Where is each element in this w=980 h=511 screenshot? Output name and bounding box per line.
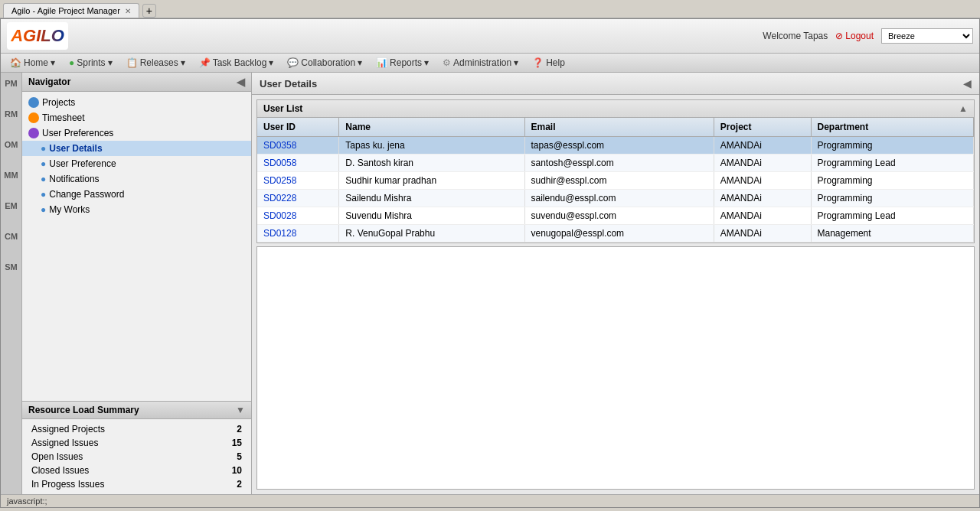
cell-name: Tapas ku. jena bbox=[339, 137, 524, 155]
sidebar-timesheet-label: Timesheet bbox=[42, 112, 85, 123]
top-bar: AGILO Welcome Tapas ⊘ Logout Breeze bbox=[1, 19, 979, 54]
change-pwd-bullet-icon: ● bbox=[41, 189, 46, 200]
sidebar-item-timesheet[interactable]: Timesheet bbox=[22, 110, 251, 125]
user-list-collapse-button[interactable]: ▲ bbox=[959, 103, 968, 114]
left-label-cm[interactable]: CM bbox=[5, 229, 18, 244]
app-window: AGILO Welcome Tapas ⊘ Logout Breeze 🏠 Ho… bbox=[0, 18, 980, 508]
notifications-bullet-icon: ● bbox=[41, 174, 46, 184]
sidebar-subitem-notifications[interactable]: ● Notifications bbox=[22, 171, 251, 187]
task-arrow-icon: ▾ bbox=[269, 57, 273, 68]
sidebar-content: Projects Timesheet User Preferences ● Us… bbox=[22, 92, 251, 401]
sidebar-item-projects[interactable]: Projects bbox=[22, 95, 251, 110]
projects-icon bbox=[28, 97, 39, 108]
cell-user-id: SD0128 bbox=[257, 225, 339, 242]
nav-home[interactable]: 🏠 Home ▾ bbox=[4, 55, 61, 70]
nav-sprints-label: Sprints bbox=[77, 57, 105, 68]
cell-name: Suvendu Mishra bbox=[339, 207, 524, 225]
tab-close-button[interactable]: ✕ bbox=[125, 7, 131, 15]
nav-releases[interactable]: 📋 Releases ▾ bbox=[120, 55, 191, 70]
timesheet-icon bbox=[28, 112, 39, 123]
resource-summary: Resource Load Summary ▼ Assigned Project… bbox=[22, 401, 251, 494]
assigned-projects-value: 2 bbox=[237, 424, 242, 435]
logo-image: AGILO bbox=[7, 22, 68, 50]
resource-summary-collapse-button[interactable]: ▼ bbox=[236, 405, 245, 415]
sidebar-subitem-my-works[interactable]: ● My Works bbox=[22, 202, 251, 217]
cell-department: Programming Lead bbox=[811, 155, 973, 172]
nav-task-backlog[interactable]: 📌 Task Backlog ▾ bbox=[193, 55, 280, 70]
nav-help[interactable]: ❓ Help bbox=[526, 55, 571, 70]
status-bar: javascript:; bbox=[1, 494, 979, 507]
left-label-pm[interactable]: PM bbox=[5, 76, 18, 91]
user-prefs-icon bbox=[28, 128, 39, 138]
nav-collaboration[interactable]: 💬 Collaboration ▾ bbox=[281, 55, 368, 70]
cell-user-id: SD0358 bbox=[257, 137, 339, 155]
open-issues-value: 5 bbox=[237, 451, 242, 462]
sidebar-projects-label: Projects bbox=[42, 97, 75, 108]
cell-department: Programming bbox=[811, 190, 973, 207]
sidebar: Navigator ◀ Projects Timesheet User Pref… bbox=[22, 73, 252, 494]
nav-reports[interactable]: 📊 Reports ▾ bbox=[370, 55, 435, 70]
left-label-rm[interactable]: RM bbox=[5, 106, 18, 122]
cell-email: tapas@esspl.com bbox=[524, 137, 714, 155]
theme-select[interactable]: Breeze bbox=[881, 28, 973, 44]
content-collapse-button[interactable]: ◀ bbox=[963, 77, 972, 90]
assigned-issues-label: Assigned Issues bbox=[31, 438, 98, 448]
col-project: Project bbox=[714, 118, 811, 137]
sidebar-subitem-change-password[interactable]: ● Change Password bbox=[22, 187, 251, 202]
left-label-om[interactable]: OM bbox=[5, 137, 18, 152]
table-row[interactable]: SD0058D. Santosh kiransantosh@esspl.comA… bbox=[257, 155, 974, 172]
admin-icon: ⚙ bbox=[443, 57, 451, 68]
logo: AGILO bbox=[7, 22, 68, 50]
top-right: Welcome Tapas ⊘ Logout Breeze bbox=[763, 28, 973, 44]
cell-project: AMANDAi bbox=[714, 207, 811, 225]
in-progress-issues-value: 2 bbox=[237, 479, 242, 490]
logout-button[interactable]: ⊘ Logout bbox=[835, 31, 874, 41]
left-label-em[interactable]: EM bbox=[5, 198, 18, 213]
cell-department: Programming bbox=[811, 137, 973, 155]
sidebar-subitem-user-preference[interactable]: ● User Preference bbox=[22, 156, 251, 171]
table-row[interactable]: SD0228Sailendu Mishrasailendu@esspl.comA… bbox=[257, 190, 974, 207]
nav-admin-label: Administration bbox=[453, 57, 511, 68]
sidebar-item-user-preferences[interactable]: User Preferences bbox=[22, 125, 251, 141]
home-arrow-icon: ▾ bbox=[51, 57, 55, 68]
table-row[interactable]: SD0258Sudhir kumar pradhansudhir@esspl.c… bbox=[257, 172, 974, 190]
col-name: Name bbox=[339, 118, 524, 137]
sidebar-subitem-user-details[interactable]: ● User Details bbox=[22, 141, 251, 156]
user-list-panel: User List ▲ User ID Name Email Project D… bbox=[256, 99, 975, 243]
sidebar-notifications-label: Notifications bbox=[49, 174, 99, 184]
resource-row-assigned-issues: Assigned Issues 15 bbox=[22, 436, 251, 450]
collab-icon: 💬 bbox=[287, 57, 299, 68]
cell-project: AMANDAi bbox=[714, 190, 811, 207]
cell-email: suvendu@esspl.com bbox=[524, 207, 714, 225]
user-details-bullet-icon: ● bbox=[41, 143, 46, 154]
assigned-projects-label: Assigned Projects bbox=[31, 424, 105, 435]
assigned-issues-value: 15 bbox=[232, 438, 242, 448]
cell-name: Sudhir kumar pradhan bbox=[339, 172, 524, 190]
admin-arrow-icon: ▾ bbox=[514, 57, 518, 68]
open-issues-label: Open Issues bbox=[31, 451, 83, 462]
collab-arrow-icon: ▾ bbox=[358, 57, 362, 68]
navigator-collapse-button[interactable]: ◀ bbox=[237, 76, 245, 88]
nav-collab-label: Collaboration bbox=[301, 57, 355, 68]
welcome-text: Welcome Tapas bbox=[763, 31, 828, 41]
nav-releases-label: Releases bbox=[140, 57, 178, 68]
col-user-id: User ID bbox=[257, 118, 339, 137]
navigator-title: Navigator bbox=[28, 76, 70, 87]
cell-name: R. VenuGopal Prabhu bbox=[339, 225, 524, 242]
reports-arrow-icon: ▾ bbox=[424, 57, 429, 68]
table-row[interactable]: SD0028Suvendu Mishrasuvendu@esspl.comAMA… bbox=[257, 207, 974, 225]
left-labels: PM RM OM MM EM CM SM bbox=[1, 73, 22, 494]
nav-sprints[interactable]: ● Sprints ▾ bbox=[63, 55, 119, 70]
sidebar-user-preference-label: User Preference bbox=[49, 158, 116, 169]
left-label-mm[interactable]: MM bbox=[4, 168, 18, 183]
cell-department: Management bbox=[811, 225, 973, 242]
user-list-title: User List bbox=[263, 103, 302, 114]
table-row[interactable]: SD0358Tapas ku. jenatapas@esspl.comAMAND… bbox=[257, 137, 974, 155]
left-label-sm[interactable]: SM bbox=[5, 259, 18, 275]
nav-administration[interactable]: ⚙ Administration ▾ bbox=[436, 55, 524, 70]
table-row[interactable]: SD0128R. VenuGopal Prabhuvenugopal@esspl… bbox=[257, 225, 974, 242]
new-tab-button[interactable]: + bbox=[142, 4, 156, 18]
nav-home-label: Home bbox=[24, 57, 48, 68]
cell-project: AMANDAi bbox=[714, 225, 811, 242]
browser-tab[interactable]: Agilo - Agile Project Manager ✕ bbox=[3, 3, 139, 18]
